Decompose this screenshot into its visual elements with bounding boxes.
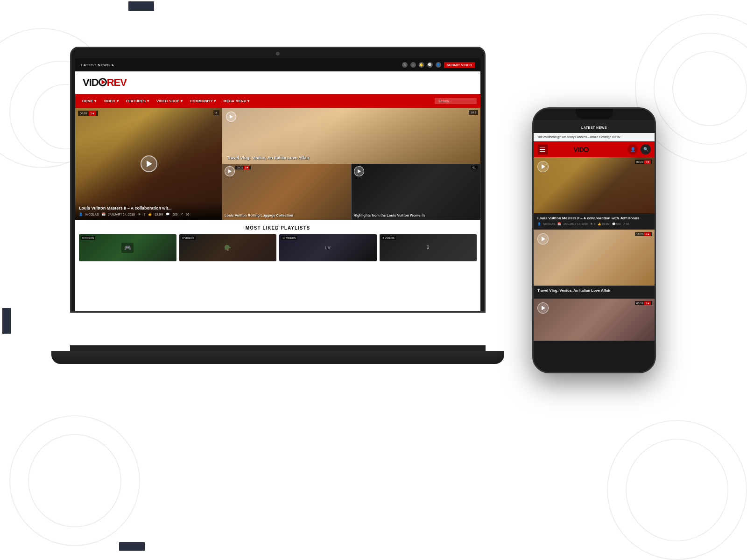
nav-features[interactable]: FEATURES ▾: [123, 97, 152, 105]
laptop-body: LATEST NEWS ► 𝕏 ○ 🔔 💬 👤 SUBMIT VIDEO VID…: [70, 47, 486, 313]
laptop-device: LATEST NEWS ► 𝕏 ○ 🔔 💬 👤 SUBMIT VIDEO VID…: [70, 47, 486, 364]
site-logo[interactable]: VIDREV: [83, 77, 127, 89]
featured-video[interactable]: 00:29 5★ ✕ Louis Vuitton Masters II – A …: [75, 108, 222, 220]
phone-shares-1: ↗ 96: [623, 222, 629, 225]
phone-logo[interactable]: VIDREV: [574, 146, 601, 153]
small-video-2[interactable]: 01: Highlights from the Louis Vuitton Wo…: [352, 164, 481, 220]
phone-video-thumb-3: 00:26 3★: [534, 299, 655, 341]
phone-nav-icons: 👤 🔍: [627, 144, 651, 154]
phone-logo-rev: REV: [589, 146, 601, 153]
playlist-badge-3: 10 VIDEOS: [281, 236, 297, 240]
phone-news-ticker: The childhood gift we always wanted – wo…: [534, 133, 655, 141]
phone-views-1: 👁 8: [590, 223, 595, 225]
hamburger-line-3: [540, 151, 545, 152]
play-icon: [230, 115, 233, 119]
phone-user-icon[interactable]: 👤: [627, 144, 638, 154]
phone-video-thumb-2: 18:20 4★: [534, 230, 655, 286]
top-right-video-title: Travel Vlog: Venice, An Italian Love Aff…: [227, 155, 476, 160]
phone-likes-1: 👍 19.9M: [598, 222, 609, 225]
bottom-videos-row: 00:26 3★ Louis Vuitton Rolling Luggage C…: [222, 164, 480, 220]
right-videos-area: 18:2 Travel Vlog: Venice, An Italian Lov…: [222, 108, 480, 220]
play-button-small-1[interactable]: [225, 166, 235, 176]
top-right-time-badge: 18:2: [469, 110, 478, 115]
video-time-badge: 00:29 5★: [78, 111, 98, 116]
logo-o-icon: [99, 78, 107, 86]
play-button-featured[interactable]: [141, 155, 157, 172]
small-video-1[interactable]: 00:26 3★ Louis Vuitton Rolling Luggage C…: [222, 164, 352, 220]
phone-video-meta-1: 👤 NICOLAS 📅 JANUARY 14, 2018 👁 8 👍 19.9M…: [537, 222, 651, 225]
playlist-card-1[interactable]: 9 VIDEOS 🎮: [79, 234, 176, 261]
likes-icon: 👍: [148, 212, 152, 216]
likes-count: 19.9M: [155, 213, 163, 216]
play-icon: [542, 237, 545, 241]
phone-video-card-3[interactable]: 00:26 3★: [534, 299, 655, 341]
bell-icon[interactable]: 🔔: [419, 62, 424, 68]
phone-video-card-1[interactable]: 00:20 5★ Louis Vuitton Masters II – A co…: [534, 157, 655, 230]
phone-video-card-2[interactable]: 18:20 4★ Travel Vlog: Venice, An Italian…: [534, 230, 655, 299]
playlist-badge-2: 8 VIDEOS: [181, 236, 196, 240]
site-header: VIDREV: [75, 71, 480, 94]
twitter-icon[interactable]: 𝕏: [402, 62, 408, 68]
phone-play-btn-1[interactable]: [537, 161, 549, 172]
nav-video[interactable]: VIDEO ▾: [100, 97, 122, 105]
play-button-small-2[interactable]: [354, 166, 364, 176]
phone-video-title-1: Louis Vuitton Masters II – A collaborati…: [537, 216, 651, 220]
play-icon: [228, 169, 232, 173]
small-video-2-time: 01:: [471, 166, 478, 169]
phone-play-btn-3[interactable]: [537, 302, 549, 314]
phone-video-info-1: Louis Vuitton Masters II – A collaborati…: [534, 213, 655, 229]
playlist-card-4[interactable]: 8 VIDEOS 🎙: [380, 234, 477, 261]
circle-icon[interactable]: ○: [410, 62, 416, 68]
playlists-title: MOST LIKED PLAYLISTS: [79, 225, 477, 231]
phone-menu-button[interactable]: [537, 144, 548, 154]
phone-nav: VIDREV 👤 🔍: [534, 141, 655, 157]
phone-body: LATEST NEWS The childhood gift we always…: [532, 107, 656, 373]
phone-play-btn-2[interactable]: [537, 233, 549, 245]
topbar-icons-area: 𝕏 ○ 🔔 💬 👤 SUBMIT VIDEO: [402, 62, 475, 68]
playlist-badge-4: 8 VIDEOS: [381, 236, 396, 240]
author-name: NICOLAS: [85, 213, 99, 216]
site-nav: HOME ▾ VIDEO ▾ FEATURES ▾ VIDEO SHOP ▾ C…: [75, 94, 480, 108]
comments-icon: 💬: [166, 212, 169, 216]
playlists-grid: 9 VIDEOS 🎮 8 VIDEOS 🪖 10 VIDEOS LV: [79, 234, 477, 261]
featured-video-title: Louis Vuitton Masters II – A collaborati…: [79, 206, 218, 210]
phone-author-icon-1: 👤: [537, 222, 541, 225]
submit-video-button[interactable]: SUBMIT VIDEO: [444, 62, 475, 68]
playlist-card-3[interactable]: 10 VIDEOS LV: [279, 234, 377, 261]
play-icon: [147, 161, 152, 167]
user-icon[interactable]: 👤: [436, 62, 441, 68]
main-video-grid: 00:29 5★ ✕ Louis Vuitton Masters II – A …: [75, 108, 480, 220]
phone-logo-vid: VID: [574, 146, 584, 153]
playlist-image-2: 🪖: [224, 245, 231, 251]
chat-icon[interactable]: 💬: [427, 62, 433, 68]
play-icon: [542, 306, 545, 310]
playlist-image-3: LV: [325, 245, 331, 250]
shares-icon: ↗: [180, 212, 183, 216]
phone-video-info-2: Travel Vlog: Venice, An Italian Love Aff…: [534, 286, 655, 298]
phone-logo-o: [584, 147, 589, 152]
top-right-video[interactable]: 18:2 Travel Vlog: Venice, An Italian Lov…: [222, 108, 480, 164]
play-button-top-right[interactable]: [226, 112, 236, 122]
phone-star-1: 5★: [644, 160, 651, 164]
playlist-badge-1: 9 VIDEOS: [81, 236, 95, 240]
nav-megamenu[interactable]: MEGA MENU ▾: [220, 97, 253, 105]
phone-time-badge-2: 18:20 4★: [635, 232, 652, 236]
phone-search-icon[interactable]: 🔍: [641, 144, 651, 154]
nav-videoshop[interactable]: VIDEO SHOP ▾: [153, 97, 186, 105]
playlist-card-2[interactable]: 8 VIDEOS 🪖: [179, 234, 277, 261]
hamburger-line-2: [540, 149, 545, 150]
small-video-1-title: Louis Vuitton Rolling Luggage Collection: [225, 213, 349, 217]
playlists-section: MOST LIKED PLAYLISTS 9 VIDEOS 🎮 8 VIDEOS…: [75, 220, 480, 265]
phone-time-badge-3: 00:26 3★: [635, 301, 652, 305]
phone-screen: LATEST NEWS The childhood gift we always…: [534, 109, 655, 372]
views-icon: 👁: [138, 213, 141, 216]
phone-latest-news-bar: LATEST NEWS: [534, 120, 655, 133]
search-input[interactable]: [435, 98, 477, 104]
nav-community[interactable]: COMMUNITY ▾: [187, 97, 219, 105]
featured-video-info: Louis Vuitton Masters II – A collaborati…: [75, 202, 222, 220]
nav-home[interactable]: HOME ▾: [79, 97, 99, 105]
laptop-camera: [276, 52, 280, 56]
comments-count: 509: [172, 213, 177, 216]
phone-comments-1: 💬 509: [612, 222, 621, 225]
phone-author-1: NICOLAS: [543, 223, 555, 225]
